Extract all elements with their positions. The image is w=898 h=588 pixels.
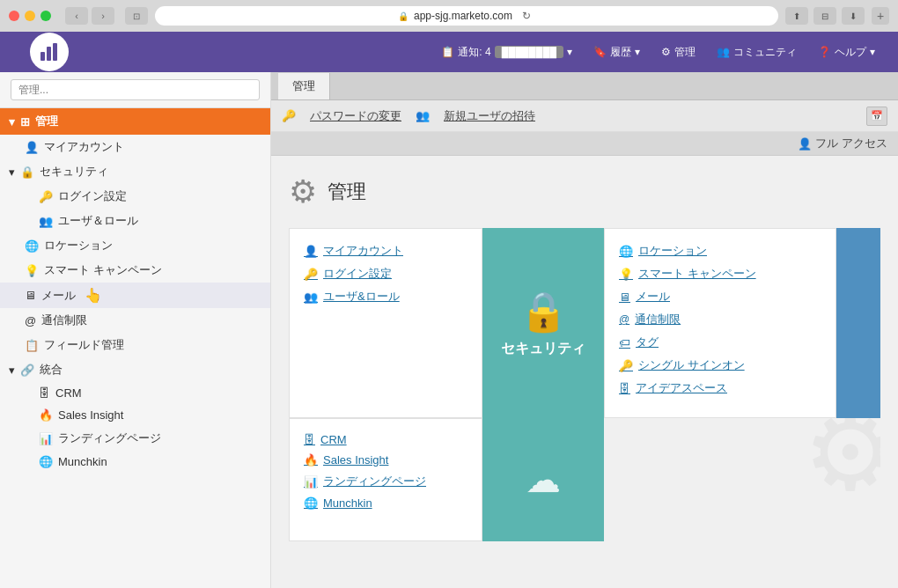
notifications-nav[interactable]: 📋 通知: 4 ████████ ▾ xyxy=(432,41,581,63)
notification-icon: 📋 xyxy=(441,46,454,58)
help-icon: ❓ xyxy=(818,46,831,58)
smart-campaign-card-label: スマート キャンペーン xyxy=(638,266,756,282)
invite-user-button[interactable]: 新規ユーザの招待 xyxy=(444,108,535,124)
new-tab-button[interactable]: + xyxy=(872,7,889,25)
sidebar-item-munchkin[interactable]: 🌐 Munchkin xyxy=(0,451,270,473)
card-right-col: 🌐 ロケーション 💡 スマート キャンペーン 🖥 メール @ xyxy=(604,228,836,418)
app-container: 📋 通知: 4 ████████ ▾ 🔖 履歴 ▾ ⚙ 管理 👥 コミュニティ … xyxy=(0,32,898,588)
sidebar-group-integration[interactable]: ▾ 🔗 統合 xyxy=(0,357,270,382)
users-roles-icon: 👥 xyxy=(39,215,53,228)
link-my-account[interactable]: 👤 マイアカウント xyxy=(304,243,467,259)
back-button[interactable]: ‹ xyxy=(65,7,88,25)
login-settings-card-icon: 🔑 xyxy=(304,268,318,281)
users-roles-card-label: ユーザ&ロール xyxy=(323,289,400,305)
help-label: ヘルプ xyxy=(835,45,866,60)
nav-items: 📋 通知: 4 ████████ ▾ 🔖 履歴 ▾ ⚙ 管理 👥 コミュニティ … xyxy=(432,41,884,63)
tags-card-icon: 🏷 xyxy=(619,336,630,349)
svg-rect-2 xyxy=(53,43,57,61)
browser-chrome: ‹ › ⊡ 🔒 app-sjg.marketo.com ↻ ⬆ ⊟ ⬇ + xyxy=(0,0,898,32)
help-nav[interactable]: ❓ ヘルプ ▾ xyxy=(809,41,884,63)
link-landing-page[interactable]: 📊 ランディングページ xyxy=(304,474,467,489)
content-tab-bar: 管理 xyxy=(271,72,898,100)
sidebar-item-login-settings[interactable]: 🔑 ログイン設定 xyxy=(0,184,270,209)
security-tile-label: セキュリティ xyxy=(501,340,585,358)
address-bar[interactable]: 🔒 app-sjg.marketo.com ↻ xyxy=(155,6,778,26)
location-label: ロケーション xyxy=(44,238,113,254)
link-sales-insight[interactable]: 🔥 Sales Insight xyxy=(304,453,467,467)
download-button[interactable]: ⬇ xyxy=(842,7,865,25)
notification-chevron: ▾ xyxy=(567,46,572,58)
link-crm[interactable]: 🗄 CRM xyxy=(304,433,467,446)
link-smart-campaign[interactable]: 💡 スマート キャンペーン xyxy=(619,266,821,282)
integration-label: 統合 xyxy=(40,362,63,378)
link-idea-space[interactable]: 🗄 アイデアスペース xyxy=(619,380,821,396)
sidebar-item-users-roles[interactable]: 👥 ユーザ＆ロール xyxy=(0,209,270,233)
location-card-label: ロケーション xyxy=(638,243,707,259)
smart-campaign-label: スマート キャンペーン xyxy=(44,262,162,278)
forward-button[interactable]: › xyxy=(92,7,114,25)
window-button[interactable]: ⊡ xyxy=(125,7,148,25)
munchkin-card-label: Munchkin xyxy=(323,496,372,510)
change-password-button[interactable]: パスワードの変更 xyxy=(310,108,401,124)
close-button[interactable] xyxy=(9,11,19,21)
link-sso[interactable]: 🔑 シングル サインオン xyxy=(619,357,821,373)
browser-actions: ⬆ ⊟ ⬇ xyxy=(785,7,865,25)
link-users-roles[interactable]: 👥 ユーザ&ロール xyxy=(304,289,467,305)
sidebar-item-comms-limit[interactable]: @ 通信制限 xyxy=(0,308,270,333)
top-nav: 📋 通知: 4 ████████ ▾ 🔖 履歴 ▾ ⚙ 管理 👥 コミュニティ … xyxy=(0,32,898,72)
community-label: コミュニティ xyxy=(733,45,797,60)
tab-overview-button[interactable]: ⊟ xyxy=(813,7,836,25)
admin-content: ⚙ 管理 👤 マイアカウント 🔑 ログイン設定 xyxy=(271,156,898,559)
section-expand-icon: ▾ xyxy=(9,115,15,129)
history-label: 履歴 xyxy=(610,45,631,60)
cloud-icon: ☁ xyxy=(526,459,561,500)
sidebar-item-smart-campaign[interactable]: 💡 スマート キャンペーン xyxy=(0,258,270,283)
maximize-button[interactable] xyxy=(40,11,51,21)
sidebar-item-field-mgmt[interactable]: 📋 フィールド管理 xyxy=(0,333,270,357)
access-label: フル アクセス xyxy=(815,136,887,151)
notification-label: 通知: 4 xyxy=(458,45,490,60)
link-comms[interactable]: @ 通信制限 xyxy=(619,312,821,327)
minimize-button[interactable] xyxy=(25,11,35,21)
link-location[interactable]: 🌐 ロケーション xyxy=(619,243,821,259)
sidebar-item-landing-page[interactable]: 📊 ランディングページ xyxy=(0,426,270,451)
admin-tab[interactable]: 管理 xyxy=(278,73,330,99)
sidebar-item-crm[interactable]: 🗄 CRM xyxy=(0,382,270,404)
sidebar-item-mail[interactable]: 🖥 メール 👆 xyxy=(0,283,270,308)
admin-title-text: 管理 xyxy=(328,179,366,205)
marketo-logo[interactable] xyxy=(30,33,69,71)
refresh-button[interactable]: ↻ xyxy=(518,7,535,25)
landing-page-icon: 📊 xyxy=(39,432,53,445)
mail-card-label: メール xyxy=(636,289,670,305)
content-toolbar: 🔑 パスワードの変更 👥 新規ユーザの招待 📅 xyxy=(271,100,898,132)
link-mail[interactable]: 🖥 メール xyxy=(619,289,821,305)
link-login-settings[interactable]: 🔑 ログイン設定 xyxy=(304,266,467,282)
link-munchkin[interactable]: 🌐 Munchkin xyxy=(304,496,467,510)
login-settings-card-label: ログイン設定 xyxy=(323,266,392,282)
section-grid-icon: ⊞ xyxy=(20,115,30,129)
users-roles-label: ユーザ＆ロール xyxy=(58,213,138,229)
link-tags[interactable]: 🏷 タグ xyxy=(619,334,821,350)
admin-tab-label: 管理 xyxy=(292,79,315,92)
admin-nav[interactable]: ⚙ 管理 xyxy=(652,41,704,63)
svg-rect-1 xyxy=(47,47,51,61)
crm-card-label: CRM xyxy=(320,433,347,446)
crm-label: CRM xyxy=(55,386,82,400)
sidebar-search-input[interactable] xyxy=(11,79,260,100)
mail-label: メール xyxy=(41,288,76,304)
idea-space-card-label: アイデアスペース xyxy=(636,380,727,396)
comms-card-icon: @ xyxy=(619,313,629,326)
history-nav[interactable]: 🔖 履歴 ▾ xyxy=(585,41,649,63)
sidebar-item-location[interactable]: 🌐 ロケーション xyxy=(0,233,270,258)
sidebar-item-sales-insight[interactable]: 🔥 Sales Insight xyxy=(0,404,270,426)
sidebar-item-my-account[interactable]: 👤 マイアカウント xyxy=(0,135,270,159)
share-button[interactable]: ⬆ xyxy=(785,7,808,25)
munchkin-label: Munchkin xyxy=(58,455,107,468)
calendar-icon-button[interactable]: 📅 xyxy=(866,107,887,126)
community-nav[interactable]: 👥 コミュニティ xyxy=(708,41,806,63)
history-icon: 🔖 xyxy=(593,46,607,58)
admin-label: 管理 xyxy=(674,45,696,60)
sidebar-group-security[interactable]: ▾ 🔒 セキュリティ xyxy=(0,159,270,184)
gear-background-area: ⚙ xyxy=(604,418,880,541)
smart-campaign-card-icon: 💡 xyxy=(619,268,633,281)
